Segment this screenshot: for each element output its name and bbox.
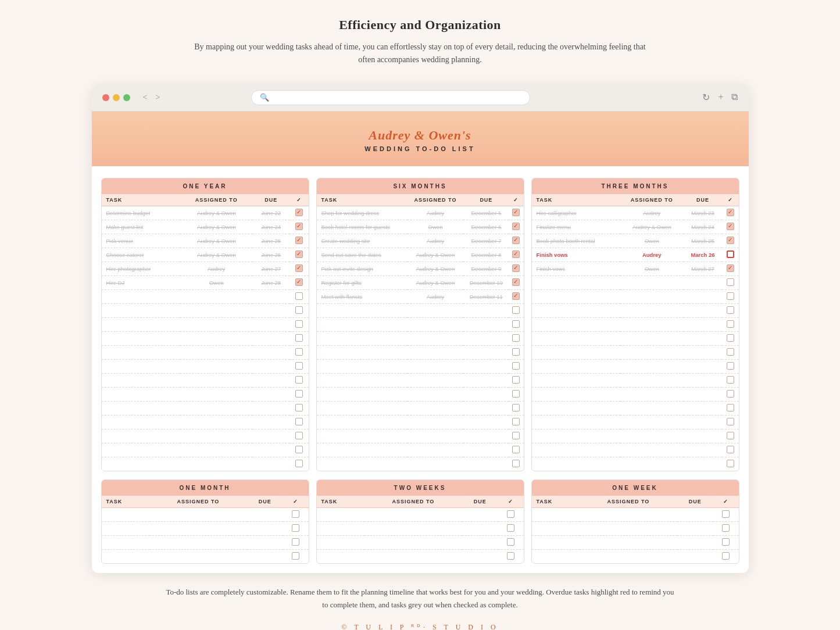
checkbox-empty[interactable] bbox=[512, 320, 520, 328]
check-cell[interactable] bbox=[509, 373, 523, 387]
check-cell[interactable] bbox=[289, 262, 308, 275]
checkbox-done[interactable] bbox=[512, 223, 520, 230]
checkbox-empty[interactable] bbox=[295, 460, 303, 467]
check-cell[interactable] bbox=[509, 443, 523, 457]
dot-red[interactable] bbox=[102, 94, 109, 101]
check-cell[interactable] bbox=[289, 345, 308, 359]
checkbox-empty[interactable] bbox=[727, 432, 734, 439]
checkbox-empty[interactable] bbox=[507, 552, 514, 560]
checkbox-empty[interactable] bbox=[295, 404, 303, 411]
check-cell[interactable] bbox=[289, 317, 308, 331]
checkbox-done[interactable] bbox=[727, 209, 734, 216]
refresh-icon[interactable]: ↻ bbox=[702, 92, 710, 103]
check-cell[interactable] bbox=[509, 331, 523, 345]
check-cell[interactable] bbox=[509, 387, 523, 401]
check-cell[interactable] bbox=[509, 429, 523, 443]
check-cell[interactable] bbox=[713, 549, 739, 563]
checkbox-empty[interactable] bbox=[512, 376, 520, 384]
checkbox-empty[interactable] bbox=[727, 404, 734, 411]
checkbox-done[interactable] bbox=[295, 250, 303, 258]
check-cell[interactable] bbox=[289, 275, 308, 289]
check-cell[interactable] bbox=[722, 275, 738, 289]
checkbox-done[interactable] bbox=[727, 264, 734, 272]
check-cell[interactable] bbox=[509, 220, 523, 234]
check-cell[interactable] bbox=[509, 457, 523, 471]
checkbox-empty[interactable] bbox=[295, 334, 303, 342]
checkbox-empty[interactable] bbox=[722, 552, 730, 560]
check-cell[interactable] bbox=[722, 429, 738, 443]
check-cell[interactable] bbox=[289, 331, 308, 345]
checkbox-empty[interactable] bbox=[507, 538, 514, 546]
checkbox-empty[interactable] bbox=[295, 292, 303, 300]
checkbox-empty[interactable] bbox=[507, 510, 514, 518]
check-cell[interactable] bbox=[289, 289, 308, 303]
checkbox-empty[interactable] bbox=[722, 510, 730, 518]
checkbox-empty[interactable] bbox=[295, 418, 303, 425]
checkbox-empty[interactable] bbox=[722, 538, 730, 546]
check-cell[interactable] bbox=[722, 415, 738, 429]
checkbox-done[interactable] bbox=[295, 278, 303, 286]
check-cell[interactable] bbox=[722, 359, 738, 373]
checkbox-empty[interactable] bbox=[295, 446, 303, 453]
check-cell[interactable] bbox=[289, 387, 308, 401]
checkbox-empty[interactable] bbox=[295, 348, 303, 356]
check-cell[interactable] bbox=[289, 429, 308, 443]
check-cell[interactable] bbox=[509, 303, 523, 317]
check-cell[interactable] bbox=[289, 303, 308, 317]
check-cell[interactable] bbox=[289, 401, 308, 415]
checkbox-empty[interactable] bbox=[727, 320, 734, 328]
check-cell[interactable] bbox=[722, 401, 738, 415]
add-tab-icon[interactable]: + bbox=[718, 92, 723, 103]
check-cell[interactable] bbox=[509, 359, 523, 373]
check-cell[interactable] bbox=[289, 359, 308, 373]
checkbox-empty[interactable] bbox=[727, 292, 734, 300]
check-cell[interactable] bbox=[509, 317, 523, 331]
check-cell[interactable] bbox=[509, 234, 523, 248]
back-button[interactable]: < bbox=[141, 93, 150, 102]
check-cell[interactable] bbox=[289, 248, 308, 262]
check-cell[interactable] bbox=[498, 521, 524, 535]
check-cell[interactable] bbox=[509, 275, 523, 289]
checkbox-done[interactable] bbox=[295, 209, 303, 216]
checkbox-empty[interactable] bbox=[295, 362, 303, 370]
checkbox-done[interactable] bbox=[512, 209, 520, 216]
address-bar[interactable]: 🔍 bbox=[251, 90, 530, 105]
check-cell[interactable] bbox=[722, 387, 738, 401]
window-icon[interactable]: ⧉ bbox=[731, 92, 738, 103]
check-cell[interactable] bbox=[289, 220, 308, 234]
checkbox-empty[interactable] bbox=[512, 432, 520, 439]
check-cell[interactable] bbox=[498, 549, 524, 563]
checkbox-empty[interactable] bbox=[727, 390, 734, 398]
check-cell[interactable] bbox=[289, 457, 308, 471]
checkbox-done[interactable] bbox=[512, 292, 520, 300]
check-cell[interactable] bbox=[509, 345, 523, 359]
checkbox-done[interactable] bbox=[295, 264, 303, 272]
check-cell[interactable] bbox=[722, 457, 738, 471]
checkbox-done[interactable] bbox=[512, 237, 520, 244]
checkbox-empty[interactable] bbox=[512, 306, 520, 314]
check-cell[interactable] bbox=[722, 206, 738, 220]
checkbox-empty[interactable] bbox=[295, 306, 303, 314]
check-cell[interactable] bbox=[713, 535, 739, 549]
checkbox-empty[interactable] bbox=[295, 390, 303, 398]
checkbox-empty[interactable] bbox=[727, 362, 734, 370]
checkbox-empty[interactable] bbox=[292, 510, 299, 518]
checkbox-done[interactable] bbox=[512, 250, 520, 258]
checkbox-done[interactable] bbox=[727, 223, 734, 230]
check-cell[interactable] bbox=[509, 262, 523, 275]
checkbox-empty[interactable] bbox=[727, 334, 734, 342]
check-cell[interactable] bbox=[509, 248, 523, 262]
check-cell[interactable] bbox=[722, 248, 738, 262]
check-cell[interactable] bbox=[722, 317, 738, 331]
check-cell[interactable] bbox=[509, 401, 523, 415]
check-cell[interactable] bbox=[722, 234, 738, 248]
check-cell[interactable] bbox=[289, 234, 308, 248]
checkbox-empty[interactable] bbox=[292, 538, 299, 546]
check-cell[interactable] bbox=[509, 206, 523, 220]
checkbox-empty[interactable] bbox=[727, 418, 734, 425]
checkbox-empty[interactable] bbox=[727, 306, 734, 314]
forward-button[interactable]: > bbox=[153, 93, 162, 102]
check-cell[interactable] bbox=[722, 345, 738, 359]
checkbox-empty[interactable] bbox=[512, 334, 520, 342]
checkbox-empty[interactable] bbox=[512, 362, 520, 370]
